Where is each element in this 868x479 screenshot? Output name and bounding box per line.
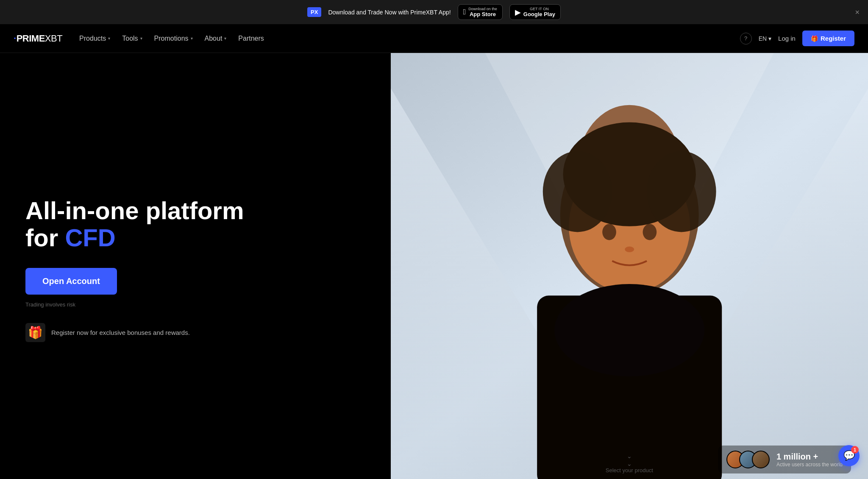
scroll-chevron-1: ⌄	[627, 453, 632, 460]
help-icon[interactable]: ?	[740, 33, 752, 45]
navbar: ·PRIMEXBT Products ▾ Tools ▾ Promotions …	[0, 24, 868, 53]
register-icon: 🎁	[811, 35, 818, 42]
avatar-3	[752, 451, 770, 468]
navbar-right: ? EN ▾ Log in 🎁 Register	[740, 31, 854, 46]
nav-links: Products ▾ Tools ▾ Promotions ▾ About	[79, 35, 264, 42]
nav-link-promotions[interactable]: Promotions ▾	[154, 35, 193, 42]
lang-chevron-icon: ▾	[768, 35, 771, 42]
chat-badge: 1	[851, 446, 859, 454]
hero-right: ⌄ ⌄ Select your product 1 million + Acti…	[391, 53, 868, 479]
trading-risk-text: Trading involves risk	[25, 301, 365, 308]
lang-label: EN	[759, 35, 767, 42]
language-selector[interactable]: EN ▾	[759, 35, 771, 42]
bonus-icon: 🎁	[25, 323, 45, 342]
bonus-text: Register now for exclusive bonuses and r…	[51, 329, 190, 336]
chevron-down-icon: ▾	[108, 36, 110, 41]
select-product-hint: ⌄ ⌄ Select your product	[606, 453, 653, 473]
nav-item-promotions[interactable]: Promotions ▾	[154, 35, 193, 42]
google-play-button[interactable]: ▶ GET IT ON Google Play	[509, 4, 561, 20]
hero-headline-line2: for	[25, 224, 65, 251]
svg-point-10	[647, 151, 716, 232]
app-store-button[interactable]:  Download on the App Store	[458, 4, 503, 20]
top-banner: PX Download and Trade Now with PrimeXBT …	[0, 0, 868, 24]
logo-prime: PRIME	[17, 33, 45, 44]
hero-left: All-in-one platform for CFD Open Account…	[0, 53, 391, 479]
banner-text: Download and Trade Now with PrimeXBT App…	[328, 9, 451, 16]
google-play-text: GET IT ON Google Play	[523, 7, 555, 17]
nav-item-tools[interactable]: Tools ▾	[122, 35, 142, 42]
hero-stats: 1 million + Active users across the worl…	[718, 446, 851, 473]
navbar-left: ·PRIMEXBT Products ▾ Tools ▾ Promotions …	[14, 33, 740, 44]
nav-link-partners[interactable]: Partners	[238, 35, 264, 42]
svg-point-15	[554, 284, 704, 376]
chevron-down-icon: ▾	[191, 36, 193, 41]
scroll-chevrons: ⌄ ⌄	[606, 453, 653, 467]
login-button[interactable]: Log in	[778, 35, 796, 42]
svg-point-13	[625, 246, 634, 252]
bonus-row: 🎁 Register now for exclusive bonuses and…	[25, 323, 365, 342]
nav-link-products[interactable]: Products ▾	[79, 35, 110, 42]
register-button[interactable]: 🎁 Register	[802, 31, 854, 46]
logo-xbt: XBT	[45, 33, 62, 44]
nav-link-about[interactable]: About ▾	[205, 35, 227, 42]
svg-point-11	[602, 224, 616, 240]
stats-description: Active users across the world	[776, 462, 843, 468]
hero-title: All-in-one platform for CFD	[25, 197, 365, 251]
open-account-button[interactable]: Open Account	[25, 268, 117, 295]
stats-number: 1 million +	[776, 452, 843, 462]
select-product-label: Select your product	[606, 467, 653, 473]
chevron-down-icon: ▾	[224, 36, 226, 41]
scroll-chevron-2: ⌄	[627, 460, 632, 467]
svg-point-9	[542, 151, 612, 232]
logo-dot: ·	[14, 33, 16, 44]
nav-link-tools[interactable]: Tools ▾	[122, 35, 142, 42]
app-store-text: Download on the App Store	[468, 7, 497, 17]
hero-section: All-in-one platform for CFD Open Account…	[0, 53, 868, 479]
logo[interactable]: ·PRIMEXBT	[14, 33, 62, 44]
chevron-down-icon: ▾	[140, 36, 142, 41]
hero-headline-line1: All-in-one platform	[25, 197, 244, 224]
apple-icon: 	[463, 8, 466, 17]
user-avatars	[726, 451, 770, 468]
hero-headline-cfd: CFD	[65, 224, 115, 251]
chat-button[interactable]: 💬 1	[838, 445, 860, 466]
banner-close-button[interactable]: ×	[855, 8, 860, 17]
hero-background-svg	[391, 53, 868, 479]
nav-item-products[interactable]: Products ▾	[79, 35, 110, 42]
nav-item-partners[interactable]: Partners	[238, 35, 264, 42]
google-play-icon: ▶	[515, 8, 521, 17]
banner-px-logo: PX	[307, 7, 321, 17]
nav-item-about[interactable]: About ▾	[205, 35, 227, 42]
stats-text: 1 million + Active users across the worl…	[776, 452, 843, 468]
register-label: Register	[821, 35, 846, 42]
svg-point-12	[643, 224, 657, 240]
